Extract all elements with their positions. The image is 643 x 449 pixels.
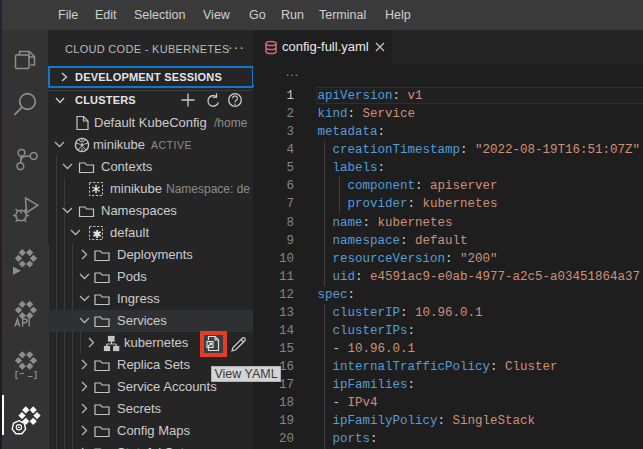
svg-text:✱: ✱ [92, 228, 101, 240]
